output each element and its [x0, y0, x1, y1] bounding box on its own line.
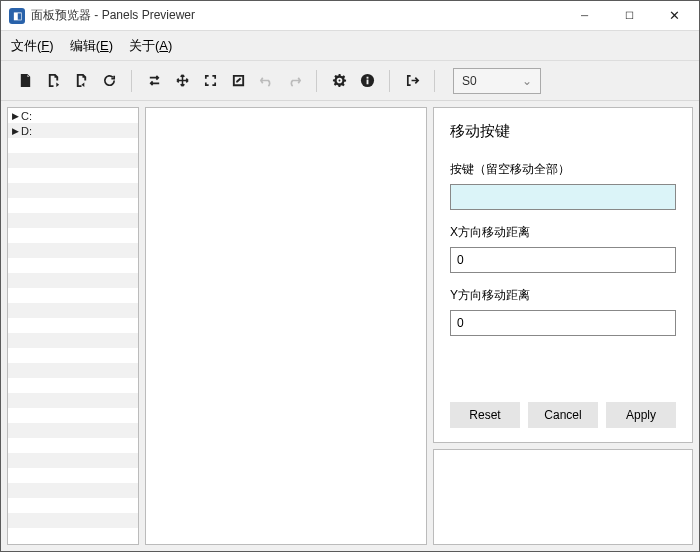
menu-file[interactable]: 文件(F) — [11, 37, 54, 55]
redo-icon[interactable] — [282, 69, 306, 93]
key-label: 按键（留空移动全部） — [450, 161, 676, 178]
titlebar: ◧ 面板预览器 - Panels Previewer ─ ☐ ✕ — [1, 1, 699, 31]
scene-select-value: S0 — [462, 74, 477, 88]
svg-rect-2 — [366, 77, 368, 79]
separator — [316, 70, 317, 92]
expand-arrow-icon[interactable]: ▶ — [12, 126, 19, 136]
undo-icon[interactable] — [254, 69, 278, 93]
y-input[interactable] — [450, 310, 676, 336]
settings-icon[interactable] — [327, 69, 351, 93]
x-input[interactable] — [450, 247, 676, 273]
panel-title: 移动按键 — [450, 122, 676, 141]
expand-arrow-icon[interactable]: ▶ — [12, 111, 19, 121]
x-label: X方向移动距离 — [450, 224, 676, 241]
scene-select[interactable]: S0 ⌄ — [453, 68, 541, 94]
preview-canvas[interactable] — [145, 107, 427, 545]
svg-rect-1 — [366, 80, 368, 85]
cancel-button[interactable]: Cancel — [528, 402, 598, 428]
menubar: 文件(F) 编辑(E) 关于(A) — [1, 31, 699, 61]
apply-button[interactable]: Apply — [606, 402, 676, 428]
tree-item[interactable]: ▶D: — [8, 123, 138, 138]
button-row: Reset Cancel Apply — [450, 402, 676, 428]
reset-button[interactable]: Reset — [450, 402, 520, 428]
edit-icon[interactable] — [226, 69, 250, 93]
separator — [131, 70, 132, 92]
save-file-icon[interactable] — [69, 69, 93, 93]
menu-about[interactable]: 关于(A) — [129, 37, 172, 55]
tree-item[interactable]: ▶C: — [8, 108, 138, 123]
new-file-icon[interactable] — [13, 69, 37, 93]
fullscreen-icon[interactable] — [198, 69, 222, 93]
content-area: ▶C: ▶D: 移动按键 按键（留空移动全部） X方向移动距离 Y方向移动距离 … — [1, 101, 699, 551]
separator — [434, 70, 435, 92]
info-icon[interactable] — [355, 69, 379, 93]
key-input[interactable] — [450, 184, 676, 210]
maximize-button[interactable]: ☐ — [607, 2, 652, 30]
menu-edit[interactable]: 编辑(E) — [70, 37, 113, 55]
move-icon[interactable] — [170, 69, 194, 93]
minimize-button[interactable]: ─ — [562, 2, 607, 30]
refresh-icon[interactable] — [97, 69, 121, 93]
open-file-icon[interactable] — [41, 69, 65, 93]
properties-panel: 移动按键 按键（留空移动全部） X方向移动距离 Y方向移动距离 Reset Ca… — [433, 107, 693, 443]
window-title: 面板预览器 - Panels Previewer — [31, 7, 562, 24]
swap-icon[interactable] — [142, 69, 166, 93]
close-button[interactable]: ✕ — [652, 2, 697, 30]
y-label: Y方向移动距离 — [450, 287, 676, 304]
separator — [389, 70, 390, 92]
file-tree[interactable]: ▶C: ▶D: — [7, 107, 139, 545]
toolbar: S0 ⌄ — [1, 61, 699, 101]
output-panel — [433, 449, 693, 545]
chevron-down-icon: ⌄ — [522, 74, 532, 88]
exit-icon[interactable] — [400, 69, 424, 93]
app-icon: ◧ — [9, 8, 25, 24]
